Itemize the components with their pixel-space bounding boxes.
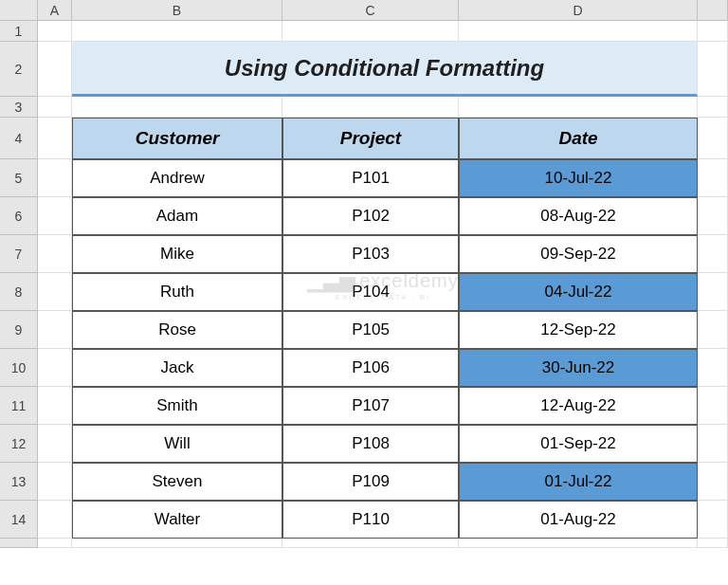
cell[interactable] bbox=[698, 349, 728, 387]
cell-date[interactable]: 01-Sep-22 bbox=[459, 425, 698, 463]
cell-date[interactable]: 04-Jul-22 bbox=[459, 273, 698, 311]
cell[interactable] bbox=[459, 97, 698, 118]
row-header[interactable]: 6 bbox=[0, 197, 38, 235]
cell[interactable] bbox=[38, 21, 72, 42]
cell-project[interactable]: P109 bbox=[282, 463, 459, 501]
cell[interactable] bbox=[282, 21, 459, 42]
cell-project[interactable]: P107 bbox=[282, 387, 459, 425]
cell[interactable] bbox=[38, 273, 72, 311]
col-header-b[interactable]: B bbox=[72, 0, 282, 20]
cell[interactable] bbox=[698, 387, 728, 425]
cell-customer[interactable]: Jack bbox=[72, 349, 282, 387]
row-header[interactable]: 14 bbox=[0, 501, 38, 539]
col-header-d[interactable]: D bbox=[459, 0, 698, 20]
cell[interactable] bbox=[38, 235, 72, 273]
cell-customer[interactable]: Steven bbox=[72, 463, 282, 501]
cell[interactable] bbox=[38, 197, 72, 235]
cell-customer[interactable]: Ruth bbox=[72, 273, 282, 311]
cell[interactable] bbox=[459, 539, 698, 548]
row-header[interactable] bbox=[0, 539, 38, 548]
cell[interactable] bbox=[698, 463, 728, 501]
col-header-c[interactable]: C bbox=[282, 0, 459, 20]
row-header[interactable]: 7 bbox=[0, 235, 38, 273]
row-header[interactable]: 9 bbox=[0, 311, 38, 349]
cell[interactable] bbox=[698, 42, 728, 97]
row-header-column: 1 2 3 4 5 6 7 8 9 10 11 12 13 14 bbox=[0, 21, 38, 548]
cell[interactable] bbox=[698, 21, 728, 42]
cell[interactable] bbox=[38, 501, 72, 539]
cell-date[interactable]: 01-Aug-22 bbox=[459, 501, 698, 539]
cell-project[interactable]: P110 bbox=[282, 501, 459, 539]
cell[interactable] bbox=[38, 463, 72, 501]
cell-project[interactable]: P102 bbox=[282, 197, 459, 235]
row-header[interactable]: 12 bbox=[0, 425, 38, 463]
cell-date[interactable]: 09-Sep-22 bbox=[459, 235, 698, 273]
cell[interactable] bbox=[698, 273, 728, 311]
cell-project[interactable]: P105 bbox=[282, 311, 459, 349]
cell[interactable] bbox=[698, 235, 728, 273]
cell-date[interactable]: 12-Sep-22 bbox=[459, 311, 698, 349]
cell[interactable] bbox=[38, 539, 72, 548]
cell[interactable] bbox=[38, 118, 72, 159]
row-header[interactable]: 1 bbox=[0, 21, 38, 42]
cell[interactable] bbox=[72, 21, 282, 42]
header-customer[interactable]: Customer bbox=[72, 118, 282, 159]
cell-project[interactable]: P106 bbox=[282, 349, 459, 387]
row-header[interactable]: 2 bbox=[0, 42, 38, 97]
cell[interactable] bbox=[698, 311, 728, 349]
cell-date[interactable]: 08-Aug-22 bbox=[459, 197, 698, 235]
cell[interactable] bbox=[698, 501, 728, 539]
row-header[interactable]: 8 bbox=[0, 273, 38, 311]
cell[interactable] bbox=[698, 97, 728, 118]
cell-customer[interactable]: Rose bbox=[72, 311, 282, 349]
cell[interactable] bbox=[38, 159, 72, 197]
cell-area: Using Conditional Formatting Customer Pr… bbox=[38, 21, 728, 548]
row-header[interactable]: 13 bbox=[0, 463, 38, 501]
spreadsheet-grid: A B C D 1 2 3 4 5 6 7 8 9 10 11 12 13 14 bbox=[0, 0, 728, 585]
cell[interactable] bbox=[698, 159, 728, 197]
cell[interactable] bbox=[38, 387, 72, 425]
cell[interactable] bbox=[72, 97, 282, 118]
cell-date[interactable]: 30-Jun-22 bbox=[459, 349, 698, 387]
title-cell[interactable]: Using Conditional Formatting bbox=[72, 42, 698, 97]
cell-project[interactable]: P108 bbox=[282, 425, 459, 463]
header-project[interactable]: Project bbox=[282, 118, 459, 159]
cell[interactable] bbox=[282, 539, 459, 548]
cell-date[interactable]: 10-Jul-22 bbox=[459, 159, 698, 197]
cell-customer[interactable]: Adam bbox=[72, 197, 282, 235]
cell-date[interactable]: 01-Jul-22 bbox=[459, 463, 698, 501]
cell-customer[interactable]: Will bbox=[72, 425, 282, 463]
cell[interactable] bbox=[38, 42, 72, 97]
cell[interactable] bbox=[698, 197, 728, 235]
col-header-e[interactable] bbox=[698, 0, 728, 20]
cell-project[interactable]: P104 bbox=[282, 273, 459, 311]
cell-project[interactable]: P103 bbox=[282, 235, 459, 273]
cell[interactable] bbox=[38, 349, 72, 387]
select-all-corner[interactable] bbox=[0, 0, 38, 20]
cell[interactable] bbox=[698, 425, 728, 463]
col-header-a[interactable]: A bbox=[38, 0, 72, 20]
cell-customer[interactable]: Andrew bbox=[72, 159, 282, 197]
cell-customer[interactable]: Smith bbox=[72, 387, 282, 425]
header-date[interactable]: Date bbox=[459, 118, 698, 159]
cell-customer[interactable]: Walter bbox=[72, 501, 282, 539]
column-header-row: A B C D bbox=[0, 0, 728, 21]
cell[interactable] bbox=[698, 118, 728, 159]
row-header[interactable]: 11 bbox=[0, 387, 38, 425]
cell-date[interactable]: 12-Aug-22 bbox=[459, 387, 698, 425]
row-header[interactable]: 5 bbox=[0, 159, 38, 197]
cell[interactable] bbox=[38, 97, 72, 118]
row-header[interactable]: 4 bbox=[0, 118, 38, 159]
cell[interactable] bbox=[459, 21, 698, 42]
cell-customer[interactable]: Mike bbox=[72, 235, 282, 273]
cell[interactable] bbox=[698, 539, 728, 548]
cell-project[interactable]: P101 bbox=[282, 159, 459, 197]
cell[interactable] bbox=[38, 425, 72, 463]
cell[interactable] bbox=[72, 539, 282, 548]
row-header[interactable]: 3 bbox=[0, 97, 38, 118]
cell[interactable] bbox=[282, 97, 459, 118]
row-header[interactable]: 10 bbox=[0, 349, 38, 387]
cell[interactable] bbox=[38, 311, 72, 349]
